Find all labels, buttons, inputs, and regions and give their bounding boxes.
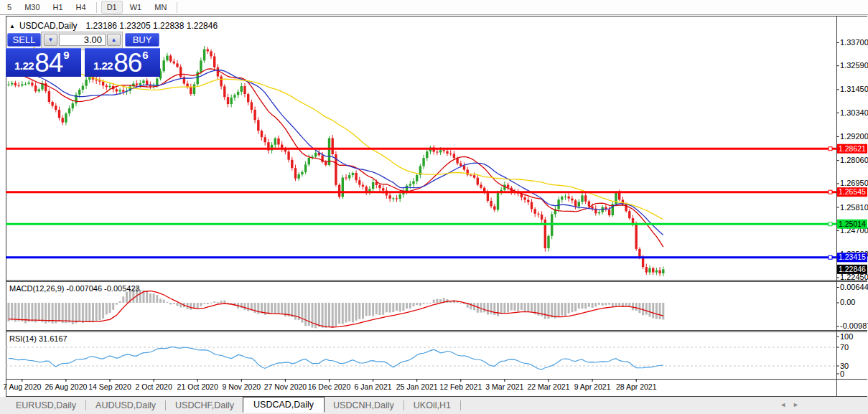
- sell-button-label: SELL: [13, 34, 36, 45]
- buy-underline: [125, 47, 159, 47]
- buy-button[interactable]: BUY: [125, 33, 159, 47]
- svg-text:70: 70: [840, 343, 849, 352]
- hline-tag-1.28621: 1.28621: [837, 144, 867, 154]
- hline-1.25014[interactable]: [6, 222, 837, 226]
- svg-text:28 Apr 2021: 28 Apr 2021: [616, 382, 657, 391]
- buy-price-prefix: 1.22: [93, 60, 113, 72]
- volume-decrease-button[interactable]: ▼: [44, 34, 57, 46]
- svg-text:1.25014: 1.25014: [839, 220, 866, 228]
- svg-text:1.32590: 1.32590: [840, 61, 868, 70]
- sell-price-pip: 9: [63, 49, 69, 61]
- collapse-arrow-icon[interactable]: ▲: [9, 23, 15, 29]
- svg-text:100: 100: [840, 332, 853, 341]
- sell-price-big: 84: [34, 50, 62, 76]
- svg-text:1.26950: 1.26950: [840, 179, 868, 187]
- svg-text:22 Mar 2021: 22 Mar 2021: [528, 382, 570, 391]
- sell-price-prefix: 1.22: [14, 60, 34, 72]
- svg-text:27 Nov 2020: 27 Nov 2020: [264, 382, 307, 391]
- buy-button-label: BUY: [133, 34, 152, 45]
- svg-text:14 Sep 2020: 14 Sep 2020: [88, 382, 131, 391]
- hline-1.26545[interactable]: [6, 190, 837, 194]
- rsi-indicator-label: RSI(14) 31.6167: [9, 334, 67, 343]
- svg-text:1.22846: 1.22846: [839, 265, 866, 273]
- chart-quotes: 1.23186 1.23205 1.22838 1.22846: [86, 21, 218, 31]
- rsi-pane: [6, 347, 837, 370]
- svg-text:1.33700: 1.33700: [840, 38, 868, 47]
- svg-text:25 Jan 2021: 25 Jan 2021: [396, 382, 438, 391]
- macd-histogram: [8, 287, 665, 329]
- svg-text:1.31450: 1.31450: [840, 85, 868, 93]
- hline-tag-1.25014: 1.25014: [837, 220, 867, 229]
- svg-text:16 Dec 2020: 16 Dec 2020: [308, 382, 351, 391]
- buy-price-box[interactable]: 1.22 86 6: [85, 48, 160, 77]
- svg-text:9 Apr 2021: 9 Apr 2021: [574, 382, 611, 391]
- chart-header: ▲ USDCAD,Daily 1.23186 1.23205 1.22838 1…: [9, 21, 218, 31]
- svg-text:6 Jan 2021: 6 Jan 2021: [355, 382, 392, 391]
- svg-text:1.28621: 1.28621: [839, 144, 866, 153]
- hline-tag-1.23415: 1.23415: [837, 253, 867, 262]
- sell-button[interactable]: SELL: [7, 33, 41, 47]
- sell-underline: [7, 47, 41, 47]
- svg-text:1.29200: 1.29200: [840, 132, 868, 141]
- volume-increase-button[interactable]: ▲: [107, 34, 121, 46]
- svg-text:1.30340: 1.30340: [840, 108, 868, 117]
- svg-text:26 Aug 2020: 26 Aug 2020: [45, 382, 87, 391]
- svg-text:21 Oct 2020: 21 Oct 2020: [177, 382, 218, 391]
- svg-text:12 Feb 2021: 12 Feb 2021: [439, 382, 482, 391]
- svg-text:0.00: 0.00: [840, 298, 855, 306]
- chart-symbol: USDCAD,Daily: [19, 21, 78, 31]
- svg-text:2 Oct 2020: 2 Oct 2020: [135, 382, 172, 391]
- sell-price-box[interactable]: 1.22 84 9: [6, 48, 81, 77]
- macd-indicator-label: MACD(12,26,9) -0.007046 -0.005423: [9, 284, 140, 293]
- svg-text:1.23415: 1.23415: [839, 253, 866, 261]
- one-click-trading-panel: SELL ▼ ▲ BUY 1.22 84 9 1.22 86 6: [6, 32, 160, 77]
- svg-text:7 Aug 2020: 7 Aug 2020: [3, 382, 41, 391]
- svg-text:-0.009871: -0.009871: [840, 321, 868, 330]
- svg-text:1.22450: 1.22450: [840, 273, 868, 281]
- mt4-terminal: { "toolbar": { "timeframes": ["5","M30",…: [0, 0, 868, 414]
- volume-input[interactable]: [59, 34, 106, 46]
- candles-layer: [7, 46, 664, 276]
- price-axis: 1.337001.325901.314501.303401.292001.280…: [837, 38, 868, 378]
- hline-tag-1.26545: 1.26545: [837, 187, 867, 197]
- current-price-tag: 1.22846: [837, 265, 867, 274]
- svg-text:1.25810: 1.25810: [840, 203, 868, 212]
- hline-1.28621[interactable]: [6, 147, 837, 151]
- hline-1.23415[interactable]: [6, 255, 837, 259]
- svg-text:0.006444: 0.006444: [840, 283, 868, 291]
- svg-text:1.28060: 1.28060: [840, 156, 868, 164]
- date-axis: 7 Aug 202026 Aug 202014 Sep 20202 Oct 20…: [3, 380, 656, 392]
- buy-price-pip: 6: [142, 49, 148, 61]
- svg-text:1.26545: 1.26545: [839, 187, 866, 196]
- svg-text:9 Nov 2020: 9 Nov 2020: [222, 382, 261, 391]
- svg-text:0: 0: [840, 370, 844, 378]
- svg-text:3 Mar 2021: 3 Mar 2021: [485, 382, 523, 391]
- buy-price-big: 86: [113, 50, 141, 76]
